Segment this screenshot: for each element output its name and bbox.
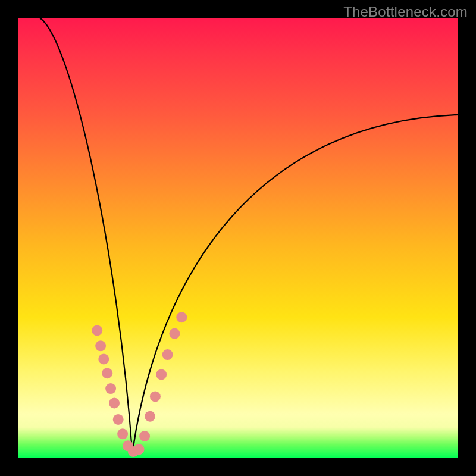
curve-marker: [105, 383, 116, 394]
watermark-text: TheBottleneck.com: [343, 4, 468, 20]
curve-markers: [92, 312, 187, 457]
curve-marker: [92, 325, 102, 336]
bottleneck-curve: [40, 18, 458, 453]
curve-marker: [102, 368, 112, 378]
curve-marker: [98, 354, 109, 365]
curve-marker: [139, 431, 150, 441]
curve-marker: [113, 414, 124, 425]
curve-marker: [156, 369, 167, 380]
plot-area: [18, 18, 458, 458]
curve-marker: [109, 398, 120, 409]
curve-marker: [162, 349, 173, 360]
curve-marker: [145, 411, 155, 422]
chart-frame: TheBottleneck.com: [0, 0, 476, 476]
curve-marker: [134, 444, 145, 455]
curve-marker: [169, 328, 180, 339]
curve-marker: [95, 340, 106, 351]
bottleneck-curve-svg: [18, 18, 458, 458]
curve-marker: [117, 428, 128, 439]
curve-marker: [150, 391, 161, 402]
curve-marker: [176, 312, 187, 322]
